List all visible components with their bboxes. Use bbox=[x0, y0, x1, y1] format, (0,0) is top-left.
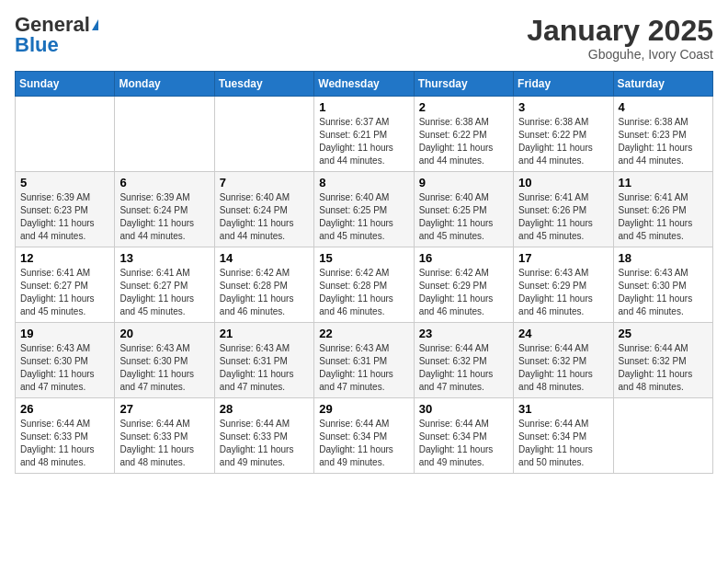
day-cell: 30Sunrise: 6:44 AMSunset: 6:34 PMDayligh… bbox=[414, 398, 513, 474]
day-cell: 13Sunrise: 6:41 AMSunset: 6:27 PMDayligh… bbox=[115, 247, 214, 323]
day-cell: 2Sunrise: 6:38 AMSunset: 6:22 PMDaylight… bbox=[414, 97, 513, 172]
day-info: Sunrise: 6:44 AMSunset: 6:32 PMDaylight:… bbox=[518, 342, 608, 394]
weekday-header-friday: Friday bbox=[514, 72, 613, 97]
day-info: Sunrise: 6:43 AMSunset: 6:31 PMDaylight:… bbox=[319, 342, 408, 394]
logo-blue-text: Blue bbox=[15, 35, 59, 55]
day-cell: 19Sunrise: 6:43 AMSunset: 6:30 PMDayligh… bbox=[16, 323, 115, 398]
day-cell bbox=[613, 398, 712, 474]
day-cell: 25Sunrise: 6:44 AMSunset: 6:32 PMDayligh… bbox=[613, 323, 712, 398]
day-number: 16 bbox=[419, 251, 508, 265]
day-number: 27 bbox=[119, 402, 209, 416]
day-number: 29 bbox=[319, 402, 408, 416]
day-number: 31 bbox=[518, 402, 608, 416]
day-number: 10 bbox=[518, 176, 608, 190]
day-cell: 17Sunrise: 6:43 AMSunset: 6:29 PMDayligh… bbox=[514, 247, 613, 323]
logo: General Blue bbox=[15, 15, 98, 55]
day-cell: 11Sunrise: 6:41 AMSunset: 6:26 PMDayligh… bbox=[613, 172, 712, 247]
day-cell bbox=[214, 97, 313, 172]
day-number: 3 bbox=[518, 100, 608, 114]
day-cell: 22Sunrise: 6:43 AMSunset: 6:31 PMDayligh… bbox=[314, 323, 414, 398]
day-info: Sunrise: 6:41 AMSunset: 6:26 PMDaylight:… bbox=[518, 191, 608, 243]
month-title: January 2025 bbox=[527, 15, 713, 47]
day-info: Sunrise: 6:44 AMSunset: 6:34 PMDaylight:… bbox=[319, 418, 408, 469]
logo-icon bbox=[92, 19, 98, 30]
day-info: Sunrise: 6:39 AMSunset: 6:23 PMDaylight:… bbox=[20, 191, 109, 243]
day-info: Sunrise: 6:44 AMSunset: 6:32 PMDaylight:… bbox=[419, 342, 508, 394]
weekday-header-tuesday: Tuesday bbox=[214, 72, 313, 97]
day-number: 23 bbox=[419, 327, 508, 340]
day-number: 18 bbox=[619, 251, 708, 265]
week-row-5: 26Sunrise: 6:44 AMSunset: 6:33 PMDayligh… bbox=[16, 398, 713, 474]
day-info: Sunrise: 6:43 AMSunset: 6:30 PMDaylight:… bbox=[119, 342, 209, 394]
day-cell: 3Sunrise: 6:38 AMSunset: 6:22 PMDaylight… bbox=[514, 97, 613, 172]
day-cell: 28Sunrise: 6:44 AMSunset: 6:33 PMDayligh… bbox=[214, 398, 313, 474]
day-info: Sunrise: 6:40 AMSunset: 6:24 PMDaylight:… bbox=[220, 191, 309, 243]
day-cell bbox=[115, 97, 214, 172]
day-cell: 12Sunrise: 6:41 AMSunset: 6:27 PMDayligh… bbox=[16, 247, 115, 323]
day-info: Sunrise: 6:44 AMSunset: 6:32 PMDaylight:… bbox=[619, 342, 708, 394]
day-info: Sunrise: 6:44 AMSunset: 6:34 PMDaylight:… bbox=[518, 418, 608, 469]
day-cell: 27Sunrise: 6:44 AMSunset: 6:33 PMDayligh… bbox=[115, 398, 214, 474]
day-number: 30 bbox=[419, 402, 508, 416]
day-number: 4 bbox=[619, 100, 708, 114]
day-number: 24 bbox=[518, 327, 608, 340]
location: Gboguhe, Ivory Coast bbox=[527, 47, 713, 62]
day-number: 7 bbox=[220, 176, 309, 190]
day-cell: 29Sunrise: 6:44 AMSunset: 6:34 PMDayligh… bbox=[314, 398, 414, 474]
day-cell: 23Sunrise: 6:44 AMSunset: 6:32 PMDayligh… bbox=[414, 323, 513, 398]
day-number: 28 bbox=[220, 402, 309, 416]
page-header: General Blue January 2025 Gboguhe, Ivory… bbox=[15, 15, 713, 62]
calendar-body: 1Sunrise: 6:37 AMSunset: 6:21 PMDaylight… bbox=[16, 97, 713, 474]
day-info: Sunrise: 6:42 AMSunset: 6:28 PMDaylight:… bbox=[220, 267, 309, 318]
day-cell: 26Sunrise: 6:44 AMSunset: 6:33 PMDayligh… bbox=[16, 398, 115, 474]
logo-general-text: General bbox=[15, 15, 90, 35]
day-info: Sunrise: 6:40 AMSunset: 6:25 PMDaylight:… bbox=[319, 191, 408, 243]
day-info: Sunrise: 6:44 AMSunset: 6:33 PMDaylight:… bbox=[20, 418, 109, 469]
day-number: 6 bbox=[119, 176, 209, 190]
day-number: 17 bbox=[518, 251, 608, 265]
day-cell: 8Sunrise: 6:40 AMSunset: 6:25 PMDaylight… bbox=[314, 172, 414, 247]
week-row-2: 5Sunrise: 6:39 AMSunset: 6:23 PMDaylight… bbox=[16, 172, 713, 247]
day-number: 8 bbox=[319, 176, 408, 190]
day-number: 13 bbox=[119, 251, 209, 265]
day-info: Sunrise: 6:42 AMSunset: 6:28 PMDaylight:… bbox=[319, 267, 408, 318]
calendar-header: SundayMondayTuesdayWednesdayThursdayFrid… bbox=[16, 72, 713, 97]
day-cell: 9Sunrise: 6:40 AMSunset: 6:25 PMDaylight… bbox=[414, 172, 513, 247]
day-info: Sunrise: 6:40 AMSunset: 6:25 PMDaylight:… bbox=[419, 191, 508, 243]
weekday-header-monday: Monday bbox=[115, 72, 214, 97]
day-info: Sunrise: 6:44 AMSunset: 6:33 PMDaylight:… bbox=[119, 418, 209, 469]
day-cell: 16Sunrise: 6:42 AMSunset: 6:29 PMDayligh… bbox=[414, 247, 513, 323]
day-number: 5 bbox=[20, 176, 109, 190]
day-cell: 7Sunrise: 6:40 AMSunset: 6:24 PMDaylight… bbox=[214, 172, 313, 247]
day-info: Sunrise: 6:41 AMSunset: 6:27 PMDaylight:… bbox=[20, 267, 109, 318]
day-cell: 20Sunrise: 6:43 AMSunset: 6:30 PMDayligh… bbox=[115, 323, 214, 398]
weekday-header-wednesday: Wednesday bbox=[314, 72, 414, 97]
day-info: Sunrise: 6:38 AMSunset: 6:23 PMDaylight:… bbox=[619, 116, 708, 167]
day-info: Sunrise: 6:43 AMSunset: 6:30 PMDaylight:… bbox=[619, 267, 708, 318]
title-block: January 2025 Gboguhe, Ivory Coast bbox=[527, 15, 713, 62]
day-number: 26 bbox=[20, 402, 109, 416]
day-number: 22 bbox=[319, 327, 408, 340]
day-cell: 24Sunrise: 6:44 AMSunset: 6:32 PMDayligh… bbox=[514, 323, 613, 398]
day-cell: 5Sunrise: 6:39 AMSunset: 6:23 PMDaylight… bbox=[16, 172, 115, 247]
weekday-header-row: SundayMondayTuesdayWednesdayThursdayFrid… bbox=[16, 72, 713, 97]
day-info: Sunrise: 6:44 AMSunset: 6:33 PMDaylight:… bbox=[220, 418, 309, 469]
day-cell: 14Sunrise: 6:42 AMSunset: 6:28 PMDayligh… bbox=[214, 247, 313, 323]
week-row-4: 19Sunrise: 6:43 AMSunset: 6:30 PMDayligh… bbox=[16, 323, 713, 398]
day-cell: 10Sunrise: 6:41 AMSunset: 6:26 PMDayligh… bbox=[514, 172, 613, 247]
day-cell: 21Sunrise: 6:43 AMSunset: 6:31 PMDayligh… bbox=[214, 323, 313, 398]
day-number: 14 bbox=[220, 251, 309, 265]
day-info: Sunrise: 6:39 AMSunset: 6:24 PMDaylight:… bbox=[119, 191, 209, 243]
day-info: Sunrise: 6:41 AMSunset: 6:27 PMDaylight:… bbox=[119, 267, 209, 318]
day-info: Sunrise: 6:42 AMSunset: 6:29 PMDaylight:… bbox=[419, 267, 508, 318]
week-row-3: 12Sunrise: 6:41 AMSunset: 6:27 PMDayligh… bbox=[16, 247, 713, 323]
day-cell: 4Sunrise: 6:38 AMSunset: 6:23 PMDaylight… bbox=[613, 97, 712, 172]
day-info: Sunrise: 6:38 AMSunset: 6:22 PMDaylight:… bbox=[419, 116, 508, 167]
day-cell: 1Sunrise: 6:37 AMSunset: 6:21 PMDaylight… bbox=[314, 97, 414, 172]
day-info: Sunrise: 6:43 AMSunset: 6:30 PMDaylight:… bbox=[20, 342, 109, 394]
day-cell bbox=[16, 97, 115, 172]
day-info: Sunrise: 6:44 AMSunset: 6:34 PMDaylight:… bbox=[419, 418, 508, 469]
weekday-header-saturday: Saturday bbox=[613, 72, 712, 97]
day-cell: 31Sunrise: 6:44 AMSunset: 6:34 PMDayligh… bbox=[514, 398, 613, 474]
day-number: 21 bbox=[220, 327, 309, 340]
